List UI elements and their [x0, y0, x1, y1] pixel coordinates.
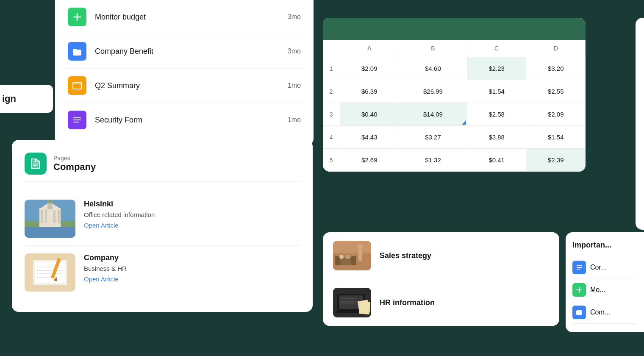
- cell-b4[interactable]: $3.27: [399, 126, 467, 149]
- pages-name: Company: [53, 161, 96, 172]
- row-num: 2: [323, 80, 340, 103]
- content-item-hr[interactable]: HR information: [323, 279, 559, 326]
- table-row: 3 $0.40 $14.09 $2.58 $2.09: [323, 103, 586, 126]
- design-partial-panel: ign: [0, 85, 53, 113]
- cell-b5[interactable]: $1.32: [399, 149, 467, 172]
- file-age: 3mo: [288, 13, 301, 21]
- file-age: 3mo: [288, 47, 301, 55]
- cor-label: Cor: [590, 264, 601, 271]
- cell-d5[interactable]: $2.39: [526, 149, 586, 172]
- cell-c2[interactable]: $1.54: [467, 80, 526, 103]
- cell-a2[interactable]: $6.39: [340, 80, 399, 103]
- list-item[interactable]: Monitor budget 3mo: [64, 0, 305, 34]
- mon-label: Mo...: [590, 286, 605, 294]
- article-item-company[interactable]: Company Business & HR Open Article: [25, 246, 300, 299]
- table-row: 5 $2.69 $1.32 $0.41 $2.39: [323, 149, 586, 172]
- svg-rect-46: [359, 301, 371, 314]
- monitor-budget-icon: [68, 8, 86, 26]
- spreadsheet-table: A B C D 1 $2.09 $4.60 $2.23 $3.20 2 $6.3…: [323, 40, 586, 172]
- pages-card: Pages Company: [12, 140, 313, 312]
- cell-c3[interactable]: $2.58: [467, 103, 526, 126]
- content-thumb-hr: [333, 288, 371, 317]
- article-desc: Office related information: [84, 211, 155, 218]
- file-name: Q2 Summary: [95, 81, 288, 90]
- cell-a4[interactable]: $4.43: [340, 126, 399, 149]
- file-name: Company Benefit: [95, 47, 288, 56]
- article-info: Helsinki Office related information Open…: [84, 200, 155, 229]
- sheet-header: [323, 18, 586, 40]
- cell-d2[interactable]: $2.55: [526, 80, 586, 103]
- design-label: ign: [2, 93, 16, 104]
- row-num: 4: [323, 126, 340, 149]
- svg-point-37: [346, 255, 350, 259]
- row-num: 5: [323, 149, 340, 172]
- article-title: Helsinki: [84, 200, 155, 209]
- cell-c1[interactable]: $2.23: [467, 57, 526, 80]
- com-icon: [572, 306, 586, 319]
- cell-c4[interactable]: $3.88: [467, 126, 526, 149]
- article-thumb-helsinki: [25, 200, 75, 238]
- svg-point-36: [339, 255, 344, 259]
- content-title-sales: Sales strategy: [380, 251, 431, 260]
- cell-b2[interactable]: $26.99: [399, 80, 467, 103]
- col-header-row: [323, 40, 340, 57]
- cell-d4[interactable]: $1.54: [526, 126, 586, 149]
- article-thumb-company: [25, 253, 75, 292]
- q2-summary-icon: [68, 76, 86, 95]
- list-item[interactable]: Q2 Summary 1mo: [64, 69, 305, 103]
- table-row: 4 $4.43 $3.27 $3.88 $1.54: [323, 126, 586, 149]
- svg-rect-2: [73, 82, 81, 89]
- table-row: 2 $6.39 $26.99 $1.54 $2.55: [323, 80, 586, 103]
- open-article-link-helsinki[interactable]: Open Article: [84, 222, 155, 229]
- important-item-cor[interactable]: Cor...: [572, 256, 637, 279]
- company-benefit-icon: [68, 42, 86, 61]
- list-item[interactable]: Company Benefit 3mo: [64, 34, 305, 69]
- open-article-link-company[interactable]: Open Article: [84, 275, 127, 283]
- cell-b1[interactable]: $4.60: [399, 57, 467, 80]
- svg-rect-16: [41, 210, 43, 223]
- svg-rect-35: [351, 256, 356, 265]
- important-panel-title: Importan...: [572, 241, 637, 250]
- file-name: Security Form: [95, 116, 288, 125]
- svg-rect-31: [358, 248, 362, 261]
- cell-d3[interactable]: $2.09: [526, 103, 586, 126]
- security-form-icon: [68, 111, 86, 129]
- article-title: Company: [84, 253, 127, 262]
- file-age: 1mo: [288, 82, 301, 89]
- pages-title-group: Pages Company: [53, 155, 96, 172]
- spreadsheet-panel: A B C D 1 $2.09 $4.60 $2.23 $3.20 2 $6.3…: [323, 18, 586, 172]
- list-item[interactable]: Security Form 1mo: [64, 103, 305, 137]
- svg-rect-19: [58, 210, 60, 223]
- content-item-sales[interactable]: Sales strategy: [323, 232, 559, 279]
- content-thumb-sales: [333, 241, 371, 270]
- col-header-b: B: [399, 40, 467, 57]
- mon-icon: [572, 283, 586, 297]
- cell-b3[interactable]: $14.09: [399, 103, 467, 126]
- svg-point-15: [47, 200, 53, 203]
- cell-d1[interactable]: $3.20: [526, 57, 586, 80]
- col-header-a: A: [340, 40, 399, 57]
- svg-rect-18: [53, 210, 56, 223]
- cell-c5[interactable]: $0.41: [467, 149, 526, 172]
- svg-rect-22: [35, 262, 65, 283]
- svg-point-32: [358, 244, 363, 249]
- cell-corner-marker: [462, 120, 466, 125]
- cell-a5[interactable]: $2.69: [340, 149, 399, 172]
- important-panel: Importan... Cor... Mo... Com...: [566, 232, 644, 332]
- cell-a1[interactable]: $2.09: [340, 57, 399, 80]
- row-num: 1: [323, 57, 340, 80]
- col-header-d: D: [526, 40, 586, 57]
- svg-rect-17: [45, 210, 47, 223]
- file-list-panel: Monitor budget 3mo Company Benefit 3mo Q…: [55, 0, 314, 145]
- important-item-mon[interactable]: Mo...: [572, 279, 637, 301]
- article-item-helsinki[interactable]: Helsinki Office related information Open…: [25, 192, 300, 246]
- content-card: Sales strategy HR information: [323, 232, 559, 326]
- cell-a3[interactable]: $0.40: [340, 103, 399, 126]
- svg-rect-11: [25, 227, 75, 238]
- article-desc: Business & HR: [84, 265, 127, 272]
- file-age: 1mo: [288, 116, 301, 124]
- row-num: 3: [323, 103, 340, 126]
- pages-icon: [25, 153, 47, 175]
- important-item-com[interactable]: Com...: [572, 301, 637, 324]
- pages-label: Pages: [53, 155, 96, 161]
